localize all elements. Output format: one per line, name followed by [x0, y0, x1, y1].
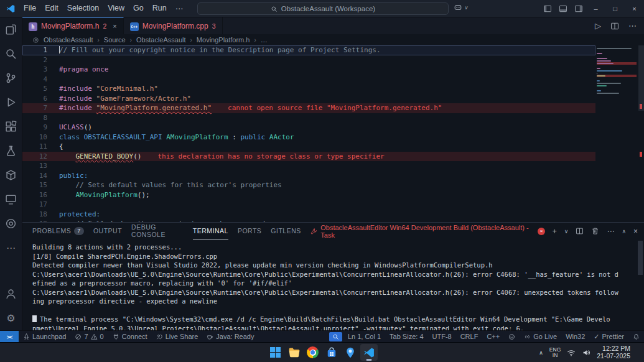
menu-go[interactable]: Go	[129, 2, 148, 15]
taskbar-chrome-icon[interactable]	[304, 344, 322, 361]
close-tab-icon[interactable]: ×	[113, 22, 116, 30]
panel-tab-debug-console[interactable]: DEBUG CONSOLE	[131, 223, 184, 239]
more-actions-icon[interactable]: ⋯	[607, 227, 614, 236]
status-eol[interactable]: CRLF	[456, 331, 483, 343]
terminal-dropdown-icon[interactable]: ∨	[564, 228, 569, 234]
status-feedback[interactable]	[504, 331, 520, 343]
minimap[interactable]	[597, 47, 637, 95]
code-editor[interactable]: 1// Fill out your copyright notice in th…	[22, 45, 644, 222]
activity-source-control-icon[interactable]	[0, 66, 22, 90]
wifi-icon[interactable]	[567, 348, 576, 357]
activity-extensions-icon[interactable]	[0, 114, 22, 139]
panel-tab-ports[interactable]: PORTS	[238, 223, 261, 239]
code-line[interactable]: 17	[22, 200, 595, 210]
line-number[interactable]: 19	[22, 220, 55, 222]
status-platform[interactable]: Win32	[561, 331, 589, 343]
toggle-sidebar-icon[interactable]	[539, 4, 555, 13]
split-editor-icon[interactable]	[610, 22, 619, 30]
status-language-mode[interactable]: C++	[482, 331, 504, 343]
line-number[interactable]: 13	[22, 162, 55, 170]
line-number[interactable]: 5	[22, 85, 55, 93]
line-number[interactable]: 1	[22, 46, 55, 54]
menu-run[interactable]: Run	[148, 2, 171, 15]
line-number[interactable]: 11	[22, 142, 55, 151]
line-number[interactable]: 8	[22, 114, 55, 122]
command-center-search[interactable]: ObstacleAssault (Workspace)	[197, 2, 449, 15]
code-line[interactable]: 18protected:	[22, 210, 595, 220]
line-number[interactable]: 17	[22, 200, 55, 208]
toggle-secondary-sidebar-icon[interactable]	[571, 4, 586, 13]
close-panel-icon[interactable]: ×	[633, 227, 638, 236]
panel-tab-problems[interactable]: PROBLEMS7	[32, 223, 84, 239]
code-line[interactable]: 19 // Called when the game starts or whe…	[22, 219, 595, 222]
breadcrumb-item[interactable]: Source	[104, 36, 126, 44]
kill-terminal-icon[interactable]	[591, 227, 599, 235]
line-number[interactable]: 9	[22, 123, 55, 131]
status-remote[interactable]: ><	[0, 331, 19, 343]
code-line[interactable]: 14public:	[22, 171, 595, 181]
status-search[interactable]	[329, 332, 342, 341]
activity-explorer-icon[interactable]	[0, 17, 22, 42]
toggle-panel-icon[interactable]	[555, 4, 571, 13]
line-number[interactable]: 16	[22, 191, 55, 199]
code-line[interactable]: 6#include "GameFramework/Actor.h"	[22, 94, 595, 104]
panel-tab-output[interactable]: OUTPUT	[93, 223, 122, 239]
copilot-icon[interactable]: ∨	[454, 3, 468, 12]
terminal-output[interactable]: Building 8 actions with 2 processes...[1…	[22, 239, 644, 330]
taskbar-explorer-icon[interactable]	[286, 344, 303, 361]
code-line[interactable]: 8	[22, 113, 595, 123]
tab-movingplatform-h[interactable]: hMovingPlatform.h2×	[22, 17, 124, 34]
code-line[interactable]: 3#pragma once	[22, 65, 595, 75]
status-launchpad[interactable]: Launchpad	[19, 331, 70, 343]
taskbar-start-icon[interactable]	[267, 344, 284, 361]
code-line[interactable]: 12 GENERATED_BODY()this declaration has …	[22, 152, 595, 162]
status-prettier[interactable]: ✓Prettier	[589, 331, 628, 343]
breadcrumb-item[interactable]: MovingPlatform.h	[197, 36, 250, 44]
status-connect[interactable]: Connect	[108, 331, 152, 343]
clock[interactable]: 12:22 PM21-07-2025	[597, 345, 630, 360]
code-line[interactable]: 2	[22, 55, 595, 65]
status-java-status[interactable]: Java: Ready	[202, 331, 258, 343]
status-notifications[interactable]	[628, 331, 644, 343]
line-number[interactable]: 14	[22, 172, 55, 180]
code-line[interactable]: 13	[22, 161, 595, 171]
activity-gitlens-icon[interactable]	[0, 211, 22, 236]
panel-tab-gitlens[interactable]: GITLENS	[271, 223, 301, 239]
status-go-live[interactable]: Go Live	[520, 331, 561, 343]
more-actions-icon[interactable]: ⋯	[628, 21, 637, 30]
menu-file[interactable]: File	[19, 2, 40, 15]
code-line[interactable]: 9UCLASS()	[22, 123, 595, 132]
new-terminal-icon[interactable]: +	[553, 227, 557, 236]
status-indentation[interactable]: Tab Size: 4	[385, 331, 427, 343]
tab-movingplatform-cpp[interactable]: C++MovingPlatform.cpp3	[124, 17, 223, 34]
code-line[interactable]: 7#include "MovingPlatform.generated.h"ca…	[22, 103, 595, 113]
breadcrumb-item[interactable]: ObstacleAssault	[44, 36, 93, 44]
volume-icon[interactable]	[582, 348, 590, 357]
minimize-button[interactable]: –	[586, 0, 605, 17]
run-file-icon[interactable]: ▷	[595, 21, 601, 30]
breadcrumb-item[interactable]: ObstacleAssault	[136, 36, 185, 44]
code-line[interactable]: 4	[22, 75, 595, 85]
terminal-task-item[interactable]: ObstacleAssaultEditor Win64 Development …	[310, 224, 545, 239]
activity-remote-explorer-icon[interactable]	[0, 187, 22, 211]
menu-selection[interactable]: Selection	[63, 2, 103, 15]
menu-view[interactable]: View	[103, 2, 129, 15]
activity-testing-icon[interactable]	[0, 139, 22, 163]
maximize-button[interactable]: □	[605, 0, 625, 17]
line-number[interactable]: 12	[22, 152, 55, 160]
activity-search-icon[interactable]	[0, 42, 22, 66]
status-cursor-position[interactable]: Ln 1, Col 1	[343, 331, 385, 343]
line-number[interactable]: 6	[22, 95, 55, 103]
line-number[interactable]: 2	[22, 56, 55, 64]
line-number[interactable]: 18	[22, 210, 55, 218]
terminal-scrollbar[interactable]	[638, 241, 643, 275]
activity-run-debug-icon[interactable]	[0, 90, 22, 114]
code-line[interactable]: 10class OBSTACLEASSAULT_API AMovingPlatf…	[22, 132, 595, 142]
menu-more[interactable]: ⋯	[171, 2, 188, 15]
status-live-share[interactable]: Live Share	[152, 331, 203, 343]
activity-account-icon[interactable]	[0, 282, 22, 306]
code-line[interactable]: 16 AMovingPlatform();	[22, 190, 595, 200]
taskbar-vscode-icon[interactable]	[360, 344, 378, 361]
line-number[interactable]: 10	[22, 133, 55, 141]
taskbar-pin-icon[interactable]	[342, 344, 359, 361]
